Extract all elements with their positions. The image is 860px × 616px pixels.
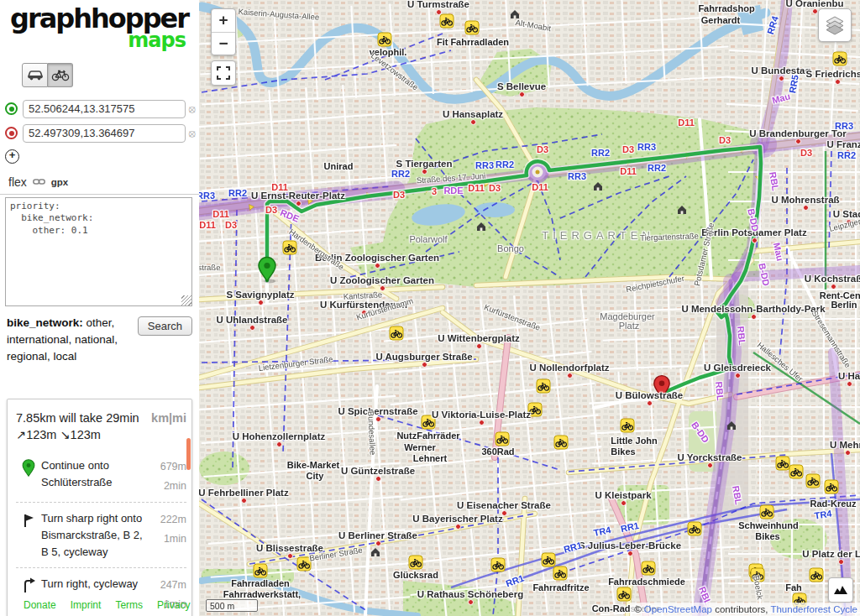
bike-icon xyxy=(51,69,70,81)
bike-network-hint: bike_network: other, international, nati… xyxy=(7,315,138,366)
search-button[interactable]: Search xyxy=(138,316,192,336)
footer-link-privacy[interactable]: Privacy xyxy=(157,599,190,611)
bike-shop-icon xyxy=(825,480,838,493)
route-elevation: ↗123m ↘123m xyxy=(16,428,186,441)
zoom-out-button[interactable]: − xyxy=(212,33,235,55)
zoom-in-button[interactable]: + xyxy=(212,9,235,33)
footer-link-terms[interactable]: Terms xyxy=(115,599,143,611)
route-summary: 7.85km will take 29min xyxy=(16,411,139,425)
bike-shop-icon xyxy=(409,556,422,569)
osm-link[interactable]: OpenStreetMap xyxy=(644,604,712,614)
bike-shop-icon xyxy=(422,415,435,429)
start-dot-icon xyxy=(5,102,18,115)
units-toggle[interactable]: km|mi xyxy=(151,411,186,425)
map-container[interactable]: U TurmstraßeU OranienbuS BellevueU Hansa… xyxy=(199,0,860,616)
bike-shop-icon xyxy=(617,587,631,601)
bike-shop-icon xyxy=(554,436,568,449)
route-results-box: 7.85km will take 29min km|mi ↗123m ↘123m… xyxy=(7,399,192,616)
app-logo: graphhopper maps xyxy=(0,0,199,52)
sharp-right-icon xyxy=(16,510,41,561)
bike-shop-icon xyxy=(621,419,634,432)
bike-shop-icon xyxy=(806,474,820,488)
divider xyxy=(0,194,199,195)
instruction-row[interactable]: Turn sharp right onto Bismarckstraße, B … xyxy=(16,503,186,568)
custom-model-editor[interactable]: priority: bike_network: other: 0.1 xyxy=(5,197,192,306)
add-waypoint-button[interactable]: + xyxy=(5,149,19,164)
vehicle-selector xyxy=(22,63,199,87)
instruction-distance-time: 679m2min xyxy=(149,457,186,495)
zoom-control: + − xyxy=(211,8,236,55)
bike-shop-icon xyxy=(833,52,847,65)
link-icon[interactable] xyxy=(33,178,45,185)
bike-shop-icon xyxy=(440,14,454,28)
bike-shop-icon xyxy=(496,432,509,446)
pin-green-icon xyxy=(16,457,41,495)
elevation-toggle-button[interactable] xyxy=(828,577,853,603)
sidebar: graphhopper maps xyxy=(0,0,199,616)
instructions-scrollbar-thumb[interactable] xyxy=(186,438,191,470)
fullscreen-button[interactable] xyxy=(211,60,236,86)
fullscreen-icon xyxy=(217,66,230,80)
instruction-list: Continue onto Schlüterstraße 679m2min Tu… xyxy=(16,450,186,616)
instruction-text: Continue onto Schlüterstraße xyxy=(41,457,149,495)
clear-to-icon[interactable]: ⦻ xyxy=(188,128,196,138)
map-attribution: © OpenStreetMap contributors, Thunderfor… xyxy=(630,603,860,616)
bike-shop-icon xyxy=(390,326,403,340)
instruction-row[interactable]: Continue onto Schlüterstraße 679m2min xyxy=(16,450,186,503)
bike-shop-icon xyxy=(283,241,296,254)
scale-bar: 500 m xyxy=(206,599,258,612)
flex-link[interactable]: flex xyxy=(8,175,27,189)
footer-link-donate[interactable]: Donate xyxy=(24,599,56,611)
elevation-icon xyxy=(834,585,847,595)
bike-shop-icon xyxy=(751,568,764,582)
bike-shop-icon xyxy=(378,33,391,46)
bike-shop-icon xyxy=(776,457,789,470)
bike-shop-icon xyxy=(542,553,555,566)
bike-shop-icon xyxy=(642,561,655,575)
bike-shop-icon xyxy=(553,566,567,580)
layers-button[interactable] xyxy=(818,8,852,42)
bike-shop-icon xyxy=(537,379,550,393)
flex-row: flex gpx xyxy=(8,175,199,189)
bike-shop-icon xyxy=(688,522,701,535)
bike-shop-icon xyxy=(297,557,311,571)
to-row: ⦻ xyxy=(3,124,196,143)
waypoint-inputs: ⦻ ⦻ xyxy=(0,100,199,143)
car-icon xyxy=(27,69,44,81)
thunderforest-link[interactable]: Thunderforest Cycle xyxy=(770,604,857,614)
layers-icon xyxy=(825,15,845,35)
vehicle-bike-button[interactable] xyxy=(48,63,73,87)
clear-from-icon[interactable]: ⦻ xyxy=(188,103,196,114)
footer-link-imprint[interactable]: Imprint xyxy=(71,599,102,611)
from-input[interactable] xyxy=(23,100,186,118)
map-canvas[interactable] xyxy=(199,0,860,616)
bike-shop-icon xyxy=(465,21,479,34)
gpx-link[interactable]: gpx xyxy=(51,177,68,187)
destination-dot-icon xyxy=(5,127,18,139)
hint-row: bike_network: other, international, nati… xyxy=(7,315,192,366)
bike-shop-icon xyxy=(789,465,803,478)
graphhopper-maps-app: graphhopper maps xyxy=(0,0,860,616)
bike-shop-icon xyxy=(491,558,505,572)
bike-shop-icon xyxy=(760,505,773,519)
bike-shop-icon xyxy=(528,403,542,416)
sidebar-footer: DonateImprintTermsPrivacy xyxy=(24,599,190,611)
bike-shop-icon xyxy=(254,564,267,577)
bike-shop-icon xyxy=(810,568,823,582)
from-row: ⦻ xyxy=(3,100,196,118)
instruction-text: Turn sharp right onto Bismarckstraße, B … xyxy=(41,510,149,561)
instruction-distance-time: 222m1min xyxy=(149,510,186,561)
to-input[interactable] xyxy=(23,124,186,143)
vehicle-car-button[interactable] xyxy=(22,63,48,87)
